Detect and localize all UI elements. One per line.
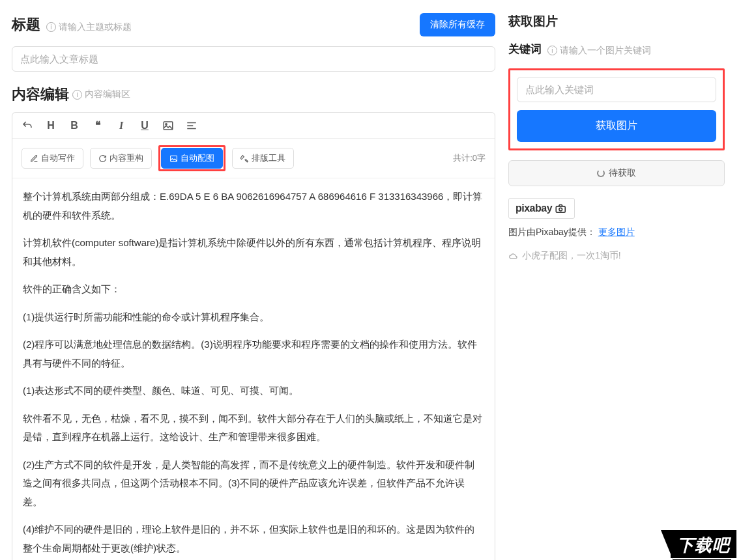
- auto-image-label: 自动配图: [181, 152, 214, 164]
- get-image-button[interactable]: 获取图片: [517, 110, 716, 142]
- credit-text: 小虎子配图，一次1淘币!: [522, 250, 621, 262]
- title-hint: i 请输入主题或标题: [46, 21, 132, 33]
- char-count: 共计:0字: [453, 152, 486, 164]
- content-edit-label: 内容编辑: [12, 85, 69, 104]
- image-icon[interactable]: [162, 120, 174, 132]
- side-column: 获取图片 关键词 i 请输入一个图片关键词 获取图片 待获取 pixabay 图…: [502, 0, 736, 560]
- svg-point-1: [166, 123, 167, 124]
- more-images-link[interactable]: 更多图片: [598, 227, 635, 237]
- svg-rect-6: [556, 206, 565, 212]
- restructure-label: 内容重构: [109, 152, 143, 164]
- clear-cache-button[interactable]: 清除所有缓存: [420, 13, 495, 36]
- paragraph: (1)提供运行时所需功能和性能的命令或计算机程序集合。: [23, 308, 484, 327]
- svg-point-7: [559, 208, 562, 211]
- editor-content[interactable]: 整个计算机系统由两部分组成：E.69DA 5 E 6 BA 9062616964…: [12, 178, 495, 560]
- content-edit-hint-text: 内容编辑区: [85, 89, 130, 100]
- refresh-icon: [98, 154, 107, 163]
- keyword-input[interactable]: [517, 77, 716, 102]
- auto-write-label: 自动写作: [41, 152, 75, 164]
- info-icon: i: [547, 46, 557, 55]
- quote-icon[interactable]: ❝: [92, 119, 104, 132]
- layout-tool-label: 排版工具: [252, 152, 285, 164]
- cloud-icon: [508, 253, 519, 259]
- title-hint-text: 请输入主题或标题: [59, 21, 132, 33]
- get-image-title: 获取图片: [508, 13, 558, 30]
- main-column: 标题 i 请输入主题或标题 清除所有缓存 内容编辑 i 内容编辑区 H B ❝: [0, 0, 502, 560]
- paragraph: 软件看不见，无色，枯燥，看不见，摸不到，闻不到。软件大部分存在于人们的头脑或纸上…: [23, 410, 484, 447]
- content-edit-hint: i 内容编辑区: [72, 89, 130, 100]
- underline-icon[interactable]: U: [139, 120, 151, 132]
- auto-write-button[interactable]: 自动写作: [22, 148, 83, 169]
- title-input[interactable]: [12, 46, 495, 72]
- keyword-hint: i 请输入一个图片关键词: [547, 45, 651, 57]
- highlight-auto-image: 自动配图: [158, 145, 225, 171]
- paragraph: 计算机软件(computer software)是指计算机系统中除硬件以外的所有…: [23, 234, 484, 271]
- loading-icon: [597, 169, 605, 177]
- tool-icon: [240, 154, 249, 163]
- provider-text: 图片由Pixabay提供：: [508, 227, 596, 237]
- restructure-button[interactable]: 内容重构: [90, 148, 152, 169]
- watermark-text: 下载吧: [677, 535, 730, 555]
- bold-icon[interactable]: B: [68, 120, 80, 132]
- pixabay-text: pixabay: [516, 203, 552, 214]
- provider-section: pixabay 图片由Pixabay提供： 更多图片: [508, 198, 725, 238]
- image-small-icon: [169, 154, 178, 163]
- get-image-section: 获取图片: [508, 13, 725, 30]
- paragraph: (2)程序可以满意地处理信息的数据结构。(3)说明程序功能要求和程序需要的文档的…: [23, 335, 484, 372]
- watermark: 下载吧 www.xiazaiba.com: [671, 530, 736, 558]
- paragraph: (4)维护不同的硬件是旧的，理论上软件是旧的，并不坏，但实际上软件也是旧的和坏的…: [23, 520, 484, 557]
- action-toolbar: 自动写作 内容重构 自动配图 排版工具 共计:0字: [12, 139, 495, 178]
- title-label: 标题: [12, 15, 40, 35]
- content-header: 内容编辑 i 内容编辑区: [12, 85, 495, 104]
- highlight-keyword-panel: 获取图片: [508, 68, 725, 150]
- paragraph: (1)表达形式不同的硬件类型、颜色、味道、可见、可摸、可闻。: [23, 382, 484, 400]
- undo-icon[interactable]: [22, 120, 33, 132]
- keyword-hint-text: 请输入一个图片关键词: [560, 45, 651, 57]
- auto-image-button[interactable]: 自动配图: [161, 148, 223, 169]
- align-left-icon[interactable]: [186, 120, 197, 132]
- keyword-label: 关键词: [508, 42, 542, 57]
- paragraph: 软件的正确含义如下：: [23, 280, 484, 299]
- heading-icon[interactable]: H: [45, 120, 57, 132]
- info-icon: i: [72, 90, 82, 100]
- pixabay-badge: pixabay: [508, 198, 575, 219]
- pending-button[interactable]: 待获取: [508, 160, 725, 186]
- layout-tool-button[interactable]: 排版工具: [232, 148, 294, 169]
- keyword-header: 关键词 i 请输入一个图片关键词: [508, 42, 725, 57]
- paragraph: 整个计算机系统由两部分组成：E.69DA 5 E 6 BA 9062616964…: [23, 188, 484, 225]
- pencil-icon: [30, 154, 38, 163]
- paragraph: (2)生产方式不同的软件是开发，是人类智能的高发挥，而不是传统意义上的硬件制造。…: [23, 456, 484, 512]
- camera-icon: [555, 204, 568, 213]
- title-header: 标题 i 请输入主题或标题 清除所有缓存: [12, 13, 495, 36]
- pending-label: 待获取: [609, 167, 636, 179]
- format-toolbar: H B ❝ I U: [12, 113, 495, 139]
- provider-line: 图片由Pixabay提供： 更多图片: [508, 227, 725, 238]
- credit-line: 小虎子配图，一次1淘币!: [508, 250, 725, 262]
- editor-box: H B ❝ I U 自动写作 内容重构: [12, 112, 495, 560]
- italic-icon[interactable]: I: [115, 120, 127, 132]
- info-icon: i: [46, 22, 56, 32]
